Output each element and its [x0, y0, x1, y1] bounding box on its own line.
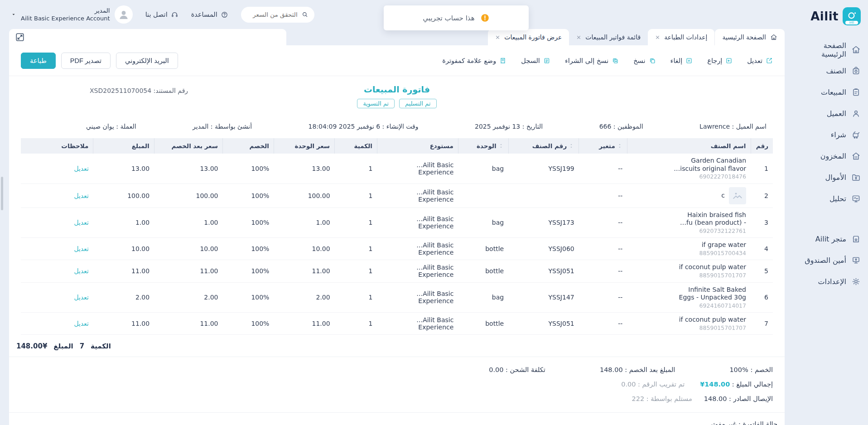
toolbar-action[interactable]: إرجاع	[707, 57, 733, 64]
edit-note-link[interactable]: تعديل	[74, 165, 89, 172]
sidebar-item[interactable]: أمين الصندوق	[796, 250, 861, 271]
sidebar-item[interactable]: المبيعات	[796, 82, 861, 103]
cell-quantity: 1	[335, 238, 377, 260]
price-check-search[interactable]	[241, 7, 314, 23]
toolbar-action[interactable]: السجل	[521, 57, 550, 64]
cell-variant: --	[579, 154, 627, 184]
sidebar-item[interactable]: العميل	[796, 103, 861, 124]
summary-pair: الإيصال الصادر148.00	[704, 395, 773, 402]
contact-link[interactable]: اتصل بنا	[145, 11, 178, 19]
cell-item-code	[508, 184, 579, 208]
sidebar-item-label: الصفحة الرئيسية	[796, 41, 846, 58]
edit-note-link[interactable]: تعديل	[74, 219, 89, 226]
toolbar-buttons: البريد الإلكتروني تصدير PDF طباعة	[21, 53, 178, 69]
item-icon	[851, 66, 861, 76]
purchase-icon	[851, 130, 861, 140]
sidebar-item[interactable]: متجر Ailit	[796, 228, 861, 250]
help-icon	[221, 11, 228, 19]
cell-price-after-discount: 11.00	[154, 313, 222, 335]
edit-note-link[interactable]: تعديل	[74, 267, 89, 275]
print-button[interactable]: طباعة	[21, 53, 56, 69]
email-button[interactable]: البريد الإلكتروني	[116, 53, 178, 69]
cell-variant: --	[579, 238, 627, 260]
meta-item: الموظفين666	[599, 123, 643, 130]
cell-item-code: YSSJ060	[508, 238, 579, 260]
table-header-row: رقم اسم الصنف متغير رقم الصنف الوحدة مست…	[21, 138, 773, 154]
items-table: رقم اسم الصنف متغير رقم الصنف الوحدة مست…	[21, 138, 773, 335]
toolbar-action-label: وضع علامة كمفوترة	[442, 57, 496, 64]
table-row: 7 if coconut pulp water 8859015701707	[21, 313, 773, 335]
edit-note-link[interactable]: تعديل	[74, 320, 89, 327]
close-icon[interactable]	[576, 35, 581, 40]
invoice-status: حالة الفاتورةغير مفوتر	[9, 412, 785, 425]
sort-icon[interactable]	[617, 143, 622, 149]
sidebar-item[interactable]: شراء	[796, 124, 861, 145]
help-link[interactable]: المساعدة	[191, 11, 228, 19]
cell-variant: --	[579, 313, 627, 335]
cell-discount: 100%	[222, 313, 274, 335]
sidebar-item[interactable]: الصفحة الرئيسية	[796, 39, 861, 60]
cell-amount: 13.00	[93, 154, 154, 184]
table-row: 4 if grape water 8859015700434	[21, 238, 773, 260]
edit-note-link[interactable]: تعديل	[74, 192, 89, 199]
cell-warehouse: …Ailit Basic Experience	[377, 282, 458, 313]
workspace: الصفحة الرئيسية إعدادات الطباعة قائمة فو…	[0, 29, 794, 425]
sidebar-item[interactable]: تحليل	[796, 188, 861, 209]
edit-note-link[interactable]: تعديل	[74, 245, 89, 252]
home-icon	[770, 34, 777, 41]
scrollbar[interactable]	[1, 177, 3, 210]
cell-amount: 1.00	[93, 208, 154, 238]
sidebar-item[interactable]: الصنف	[796, 60, 861, 82]
table-row: 2 c --	[21, 184, 773, 208]
cell-warehouse: …Ailit Basic Experience	[377, 208, 458, 238]
sidebar-item-label: الأموال	[825, 173, 846, 182]
sidebar-item[interactable]: المخزون	[796, 145, 861, 167]
user-role: المدير	[21, 6, 110, 14]
summary-row: الإيصال الصادر148.00 مستلم بواسطة222	[632, 395, 773, 402]
warning-icon	[480, 13, 490, 23]
close-icon[interactable]	[655, 35, 660, 40]
content-card-top	[9, 29, 286, 45]
cell-unit: bottle	[458, 260, 508, 282]
tab[interactable]: قائمة فواتير المبيعات	[569, 29, 648, 45]
edit-note-link[interactable]: تعديل	[74, 294, 89, 301]
column-header: رقم	[751, 138, 773, 154]
product-image	[729, 187, 746, 204]
summary-pair: تم تقريب الرقم0.00	[621, 381, 685, 388]
cell-quantity: 1	[335, 282, 377, 313]
tab-label: إعدادات الطباعة	[664, 34, 707, 41]
toolbar-action[interactable]: إلغاء	[670, 57, 693, 64]
product-barcode: 6920732122761	[632, 227, 746, 235]
column-header: مستودع	[377, 138, 458, 154]
cell-amount: 100.00	[93, 184, 154, 208]
toolbar-action[interactable]: وضع علامة كمفوترة	[442, 57, 506, 64]
toolbar-action[interactable]: نسخ إلى الشراء	[565, 57, 619, 64]
close-icon[interactable]	[495, 35, 500, 40]
toolbar-action[interactable]: تعديل	[747, 57, 773, 64]
account-menu[interactable]: المدير Ailit Basic Experience Account	[11, 5, 133, 24]
invoice-summary: الخصم%100 المبلغ بعد الخصم148.00 تكلفة ا…	[9, 357, 785, 406]
cell-discount: 100%	[222, 184, 274, 208]
tab[interactable]: إعدادات الطباعة	[648, 29, 715, 45]
cell-price-after-discount: 11.00	[154, 260, 222, 282]
tab[interactable]: عرض فاتورة المبيعات	[488, 29, 569, 45]
export-pdf-button[interactable]: تصدير PDF	[61, 53, 111, 69]
cell-price-after-discount: 1.00	[154, 208, 222, 238]
tab-label: قائمة فواتير المبيعات	[585, 34, 641, 41]
sidebar-item-label: المخزون	[820, 152, 846, 160]
sort-icon[interactable]	[498, 143, 504, 149]
product-barcode: 6902227018476	[632, 173, 746, 180]
column-header: رقم الصنف	[508, 138, 579, 154]
sort-icon[interactable]	[569, 143, 574, 149]
sidebar-item-label: الإعدادات	[818, 277, 846, 286]
sidebar-item[interactable]: الإعدادات	[796, 271, 861, 292]
status-badge: تم التسوية	[357, 99, 395, 108]
expand-icon[interactable]	[15, 32, 25, 42]
cell-row-number: 6	[751, 282, 773, 313]
cell-amount: 11.00	[93, 260, 154, 282]
tab[interactable]: الصفحة الرئيسية	[715, 29, 785, 45]
toolbar-action[interactable]: نسخ	[633, 57, 656, 64]
search-input[interactable]	[248, 11, 298, 18]
sidebar-item[interactable]: الأموال	[796, 167, 861, 188]
cell-item-name: Garden Canadian …iscuits original flavor…	[627, 154, 751, 184]
